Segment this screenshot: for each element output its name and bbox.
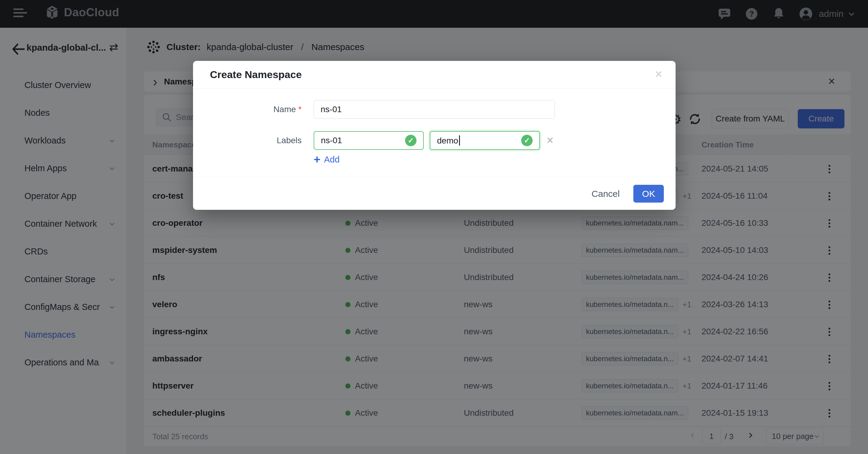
remove-label-icon[interactable]: × xyxy=(547,131,553,150)
label-value-text: demo xyxy=(437,135,519,145)
plus-icon: + xyxy=(314,154,320,165)
add-label-button[interactable]: + Add xyxy=(314,154,340,165)
modal-header: Create Namespace × xyxy=(193,61,676,89)
create-namespace-modal: Create Namespace × Name* Labels ns-01 ✓ … xyxy=(193,61,676,210)
modal-title: Create Namespace xyxy=(210,69,302,80)
valid-check-icon: ✓ xyxy=(405,135,416,146)
cancel-button[interactable]: Cancel xyxy=(581,185,630,202)
screen: DaoCloud ? xyxy=(0,0,868,454)
label-key-field[interactable]: ns-01 ✓ xyxy=(314,131,424,150)
name-label: Name* xyxy=(193,100,302,119)
labels-label: Labels xyxy=(193,131,302,150)
label-value-field[interactable]: demo ✓ xyxy=(430,131,540,150)
modal-footer-divider xyxy=(193,177,676,177)
namespace-name-field[interactable] xyxy=(314,100,555,119)
ok-button[interactable]: OK xyxy=(633,185,664,202)
required-asterisk: * xyxy=(298,105,302,114)
valid-check-icon: ✓ xyxy=(521,135,533,146)
label-key-value: ns-01 xyxy=(321,136,403,145)
text-cursor xyxy=(459,135,460,145)
modal-close-icon[interactable]: × xyxy=(655,67,662,82)
